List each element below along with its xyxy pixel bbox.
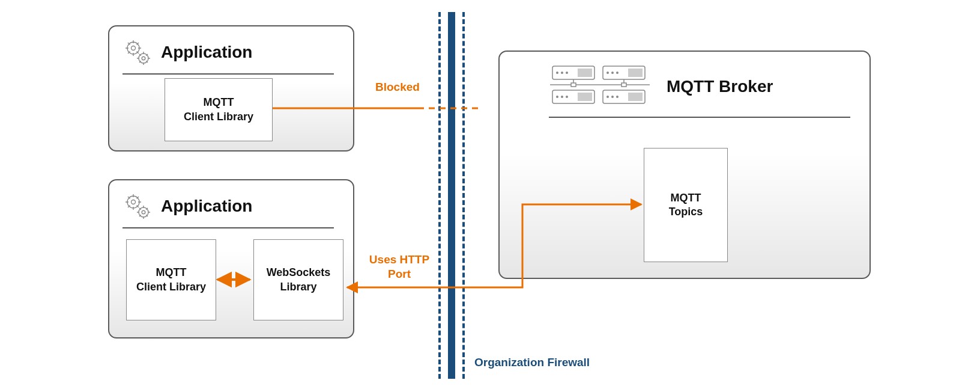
svg-point-21 bbox=[606, 72, 609, 74]
servers-icon bbox=[549, 63, 651, 111]
svg-rect-20 bbox=[578, 69, 592, 77]
label-blocked: Blocked bbox=[375, 80, 420, 94]
box-label: MQTTClient Library bbox=[184, 96, 253, 124]
box-websockets-library: WebSocketsLibrary bbox=[253, 239, 343, 320]
box-mqtt-topics: MQTTTopics bbox=[644, 148, 728, 262]
panel-title: Application bbox=[161, 197, 252, 216]
box-label: MQTTTopics bbox=[669, 191, 703, 219]
box-mqtt-client-library: MQTTClient Library bbox=[165, 78, 273, 141]
svg-point-3 bbox=[142, 57, 145, 60]
panel-application-top: Application MQTTClient Library bbox=[108, 25, 354, 152]
label-uses-http-port: Uses HTTPPort bbox=[366, 253, 432, 281]
svg-point-30 bbox=[611, 96, 614, 98]
label-organization-firewall: Organization Firewall bbox=[474, 356, 590, 369]
panel-application-bottom: Application MQTTClient Library WebSocket… bbox=[108, 179, 354, 338]
gears-icon bbox=[122, 37, 153, 67]
svg-point-1 bbox=[132, 46, 136, 51]
svg-point-23 bbox=[616, 72, 619, 74]
svg-point-5 bbox=[132, 200, 136, 204]
svg-point-17 bbox=[556, 72, 558, 74]
svg-point-18 bbox=[561, 72, 563, 74]
firewall-dash-right bbox=[462, 12, 465, 379]
panel-header: Application bbox=[122, 37, 334, 75]
svg-point-25 bbox=[556, 96, 558, 98]
svg-point-19 bbox=[566, 72, 568, 74]
svg-rect-24 bbox=[628, 69, 643, 77]
firewall bbox=[438, 12, 465, 379]
svg-point-7 bbox=[142, 210, 145, 214]
svg-point-26 bbox=[561, 96, 563, 98]
box-mqtt-client-library: MQTTClient Library bbox=[126, 239, 216, 320]
svg-point-27 bbox=[566, 96, 568, 98]
svg-rect-28 bbox=[578, 93, 592, 101]
box-label: WebSocketsLibrary bbox=[267, 266, 331, 294]
panel-mqtt-broker: MQTT Broker MQTTTopics bbox=[498, 51, 871, 279]
gears-icon bbox=[122, 191, 153, 221]
svg-point-22 bbox=[611, 72, 614, 74]
svg-point-29 bbox=[606, 96, 609, 98]
firewall-solid bbox=[448, 12, 455, 379]
svg-rect-32 bbox=[628, 93, 643, 101]
panel-title: Application bbox=[161, 43, 252, 62]
svg-point-31 bbox=[616, 96, 619, 98]
svg-rect-16 bbox=[622, 83, 626, 87]
box-label: MQTTClient Library bbox=[136, 266, 206, 294]
panel-header: MQTT Broker bbox=[549, 63, 850, 118]
svg-rect-14 bbox=[571, 83, 576, 87]
panel-title: MQTT Broker bbox=[667, 77, 773, 96]
panel-header: Application bbox=[122, 191, 334, 228]
firewall-dash-left bbox=[438, 12, 441, 379]
